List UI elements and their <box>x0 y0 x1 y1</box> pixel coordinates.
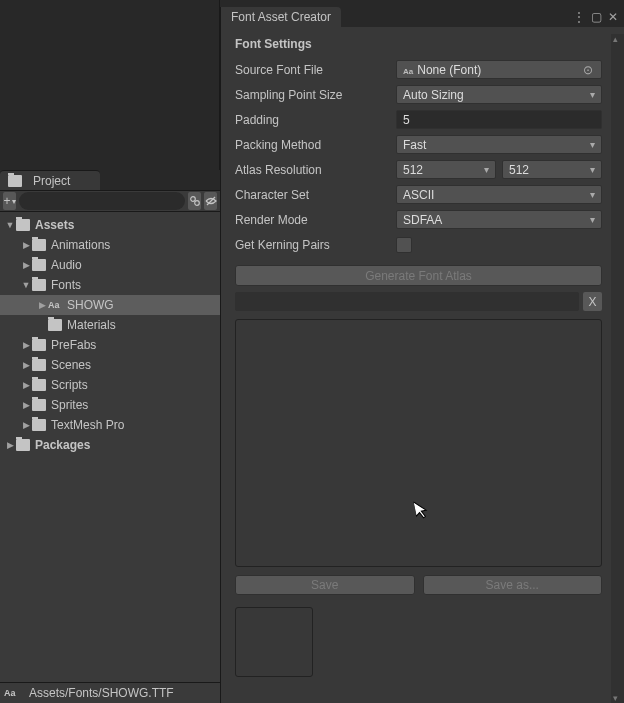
folder-icon <box>32 279 46 291</box>
folder-icon <box>32 359 46 371</box>
tree-label: Packages <box>35 438 90 452</box>
tree-label: Materials <box>67 318 116 332</box>
tree-item-showg[interactable]: ▶AaSHOWG <box>0 295 220 315</box>
charset-value: ASCII <box>403 188 434 202</box>
tree-item-scripts[interactable]: ▶Scripts <box>0 375 220 395</box>
tree-item-sprites[interactable]: ▶Sprites <box>0 395 220 415</box>
save-label: Save <box>311 578 338 592</box>
output-log <box>235 319 602 567</box>
save-button[interactable]: Save <box>235 575 415 595</box>
tree-item-textmeshpro[interactable]: ▶TextMesh Pro <box>0 415 220 435</box>
maximize-icon[interactable]: ▢ <box>591 10 602 24</box>
tree-item-animations[interactable]: ▶Animations <box>0 235 220 255</box>
folder-icon <box>32 239 46 251</box>
kerning-checkbox[interactable] <box>396 237 412 253</box>
save-as-label: Save as... <box>486 578 539 592</box>
atlas-width-dropdown[interactable]: 512 <box>396 160 496 179</box>
tree-label: SHOWG <box>67 298 114 312</box>
toggle-hidden-button[interactable] <box>204 192 217 210</box>
folder-icon <box>48 319 62 331</box>
tree-item-audio[interactable]: ▶Audio <box>0 255 220 275</box>
render-dropdown[interactable]: SDFAA <box>396 210 602 229</box>
scene-viewport <box>0 0 220 170</box>
svg-point-0 <box>190 197 195 202</box>
atlas-height-dropdown[interactable]: 512 <box>502 160 602 179</box>
window-title: Font Asset Creator <box>231 10 331 24</box>
label-kerning: Get Kerning Pairs <box>235 238 390 252</box>
project-tab[interactable]: Project <box>0 170 100 190</box>
tree-label: Fonts <box>51 278 81 292</box>
generate-button[interactable]: Generate Font Atlas <box>235 265 602 286</box>
charset-dropdown[interactable]: ASCII <box>396 185 602 204</box>
atlas-width-value: 512 <box>403 163 423 177</box>
tree-item-packages[interactable]: ▶Packages <box>0 435 220 455</box>
tree-item-materials[interactable]: Materials <box>0 315 220 335</box>
label-atlas: Atlas Resolution <box>235 163 390 177</box>
sampling-dropdown[interactable]: Auto Sizing <box>396 85 602 104</box>
progress-bar <box>235 292 579 311</box>
project-toolbar: +▾ <box>0 190 220 212</box>
tree-label: Sprites <box>51 398 88 412</box>
label-charset: Character Set <box>235 188 390 202</box>
packing-dropdown[interactable]: Fast <box>396 135 602 154</box>
clear-button[interactable]: X <box>583 292 602 311</box>
status-path: Assets/Fonts/SHOWG.TTF <box>29 686 174 700</box>
section-title: Font Settings <box>235 37 602 51</box>
source-font-value: None (Font) <box>417 63 481 77</box>
font-icon: Aa <box>48 300 62 310</box>
clear-label: X <box>588 295 596 309</box>
folder-icon <box>16 439 30 451</box>
status-bar: Aa Assets/Fonts/SHOWG.TTF <box>0 682 220 703</box>
tree-label: Animations <box>51 238 110 252</box>
tree-label: Assets <box>35 218 74 232</box>
source-font-field[interactable]: AaNone (Font) ⊙ <box>396 60 602 79</box>
folder-icon <box>32 339 46 351</box>
font-icon: Aa <box>4 688 18 698</box>
folder-icon <box>32 379 46 391</box>
tree-label: PreFabs <box>51 338 96 352</box>
tree-item-scenes[interactable]: ▶Scenes <box>0 355 220 375</box>
project-tab-label: Project <box>33 174 70 188</box>
create-button[interactable]: +▾ <box>3 192 16 210</box>
atlas-preview <box>235 607 313 677</box>
generate-label: Generate Font Atlas <box>365 269 472 283</box>
close-icon[interactable]: ✕ <box>608 10 618 24</box>
tree-label: Audio <box>51 258 82 272</box>
tree-label: Scenes <box>51 358 91 372</box>
search-input[interactable] <box>19 192 185 210</box>
padding-input[interactable] <box>397 113 601 127</box>
tree-item-assets[interactable]: ▼Assets <box>0 215 220 235</box>
sampling-value: Auto Sizing <box>403 88 464 102</box>
window-tab-bar: Font Asset Creator ⋮ ▢ ✕ <box>221 7 624 27</box>
label-padding: Padding <box>235 113 390 127</box>
object-picker-icon[interactable]: ⊙ <box>581 63 595 77</box>
atlas-height-value: 512 <box>509 163 529 177</box>
label-sampling: Sampling Point Size <box>235 88 390 102</box>
render-value: SDFAA <box>403 213 442 227</box>
packing-value: Fast <box>403 138 426 152</box>
folder-icon <box>8 175 22 187</box>
label-render: Render Mode <box>235 213 390 227</box>
folder-icon <box>32 259 46 271</box>
project-tree[interactable]: ▼Assets ▶Animations ▶Audio ▼Fonts ▶AaSHO… <box>0 212 220 682</box>
filter-by-type-button[interactable] <box>188 192 201 210</box>
label-packing: Packing Method <box>235 138 390 152</box>
search-wrapper <box>19 192 185 210</box>
label-source-font: Source Font File <box>235 63 390 77</box>
tree-label: Scripts <box>51 378 88 392</box>
folder-icon <box>16 219 30 231</box>
save-as-button[interactable]: Save as... <box>423 575 603 595</box>
tree-label: TextMesh Pro <box>51 418 124 432</box>
tree-item-prefabs[interactable]: ▶PreFabs <box>0 335 220 355</box>
folder-icon <box>32 399 46 411</box>
tree-item-fonts[interactable]: ▼Fonts <box>0 275 220 295</box>
folder-icon <box>32 419 46 431</box>
svg-point-1 <box>194 201 199 206</box>
window-tab[interactable]: Font Asset Creator <box>221 7 341 27</box>
kebab-menu-icon[interactable]: ⋮ <box>573 10 585 24</box>
